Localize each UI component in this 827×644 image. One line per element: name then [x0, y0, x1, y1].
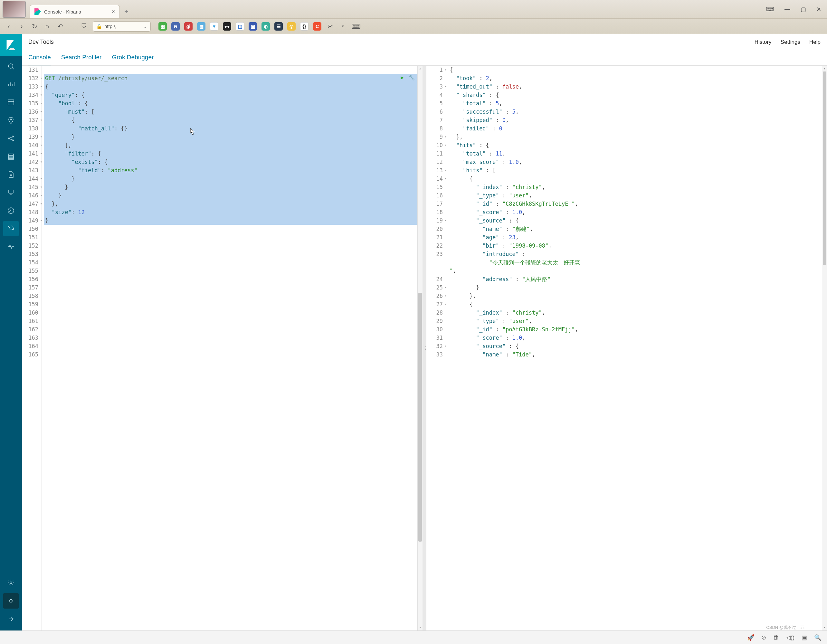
scroll-up-icon[interactable]: ▴ [418, 66, 423, 72]
app-o-icon[interactable]: O [3, 593, 19, 608]
tab-search-profiler[interactable]: Search Profiler [61, 54, 102, 65]
management-icon[interactable] [3, 575, 19, 591]
svg-point-3 [8, 138, 10, 139]
scissors-icon[interactable]: ✂ [326, 22, 334, 31]
scroll-up-icon[interactable]: ▴ [822, 66, 827, 72]
keyboard-icon[interactable]: ⌨ [766, 6, 774, 13]
watermark: CSDN @砚不过十五 [766, 625, 804, 630]
collapse-icon[interactable] [3, 611, 19, 627]
ext-icon-4[interactable]: ▧ [197, 22, 206, 31]
browser-tab[interactable]: Console - Kibana × [30, 5, 120, 18]
ext-icon-1[interactable]: ▦ [158, 22, 167, 31]
sound-icon[interactable]: ◁)) [786, 634, 794, 641]
ext-icon-8[interactable]: ▣ [249, 22, 257, 31]
dashboard-icon[interactable] [3, 95, 19, 110]
uptime-icon[interactable] [3, 203, 19, 218]
ext-icon-3[interactable]: gi [184, 22, 193, 31]
scroll-down-icon[interactable]: ▾ [418, 625, 423, 630]
breadcrumb: Dev Tools [28, 39, 54, 45]
editor-gutter: 1311321331341351361371381391401411421431… [22, 66, 42, 630]
chevron-down-icon[interactable]: ▾ [339, 22, 347, 31]
window-icon[interactable]: ▣ [802, 634, 807, 641]
editor-actions: ▶ 🔧 [401, 73, 415, 82]
ext-icon-9[interactable]: ◐ [262, 22, 270, 31]
scroll-thumb[interactable] [823, 72, 826, 265]
profile-avatar[interactable] [3, 1, 26, 18]
ext-icon-13[interactable]: C [313, 22, 321, 31]
tab-title: Console - Kibana [44, 9, 81, 14]
logs-icon[interactable] [3, 167, 19, 182]
kibana-app: O Dev Tools History Settings Help Consol… [0, 34, 827, 630]
maps-icon[interactable] [3, 113, 19, 128]
ml-icon[interactable] [3, 131, 19, 146]
window-controls: ⌨ — ▢ ✕ [766, 6, 824, 13]
browser-toolbar: ‹ › ↻ ⌂ ↶ ⛉ 🔒 http:/, ⌄ ▦ ⊖ gi ▧ ▼ ●● ◫ … [0, 19, 827, 34]
discover-icon[interactable] [3, 59, 19, 74]
apm-icon[interactable] [3, 185, 19, 200]
forward-button[interactable]: › [17, 22, 26, 31]
svg-rect-1 [8, 100, 14, 105]
undo-icon[interactable]: ↶ [56, 22, 64, 31]
svg-point-4 [12, 136, 14, 137]
help-link[interactable]: Help [809, 39, 821, 45]
settings-link[interactable]: Settings [781, 39, 800, 45]
trash-icon[interactable]: 🗑 [773, 634, 779, 641]
minimize-button[interactable]: — [785, 6, 790, 13]
header-links: History Settings Help [755, 39, 821, 45]
run-request-button[interactable]: ▶ [401, 73, 404, 82]
ext-icon-2[interactable]: ⊖ [171, 22, 180, 31]
page-header: Dev Tools History Settings Help [22, 34, 827, 50]
search-icon[interactable]: 🔍 [814, 634, 821, 641]
svg-point-0 [8, 64, 13, 68]
svg-rect-8 [8, 158, 14, 159]
status-bar: 🚀 ⊘ 🗑 ◁)) ▣ 🔍 [0, 630, 827, 644]
console-panes: 1311321331341351361371381391401411421431… [22, 66, 827, 630]
kibana-favicon-icon [34, 8, 41, 15]
address-bar[interactable]: 🔒 http:/, ⌄ [93, 21, 151, 31]
ext-icon-11[interactable]: ◎ [287, 22, 296, 31]
request-editor[interactable]: 1311321331341351361371381391401411421431… [22, 66, 424, 630]
editor-code[interactable]: GET /christy/user/_search{ "query": { "b… [42, 66, 417, 630]
scroll-down-icon[interactable]: ▾ [822, 625, 827, 630]
svg-rect-7 [8, 156, 14, 158]
home-button[interactable]: ⌂ [43, 22, 51, 31]
url-text: http:/, [105, 23, 117, 29]
response-gutter: 1234567891011121314151617181920212223242… [426, 66, 446, 630]
new-tab-button[interactable]: + [124, 8, 128, 16]
content-area: Dev Tools History Settings Help Console … [22, 34, 827, 630]
monitoring-icon[interactable] [3, 239, 19, 254]
ext-icon-7[interactable]: ◫ [236, 22, 244, 31]
svg-point-11 [10, 582, 12, 584]
reload-button[interactable]: ↻ [30, 22, 39, 31]
visualize-icon[interactable] [3, 76, 19, 92]
request-options-button[interactable]: 🔧 [408, 73, 415, 82]
ext-icon-10[interactable]: ☰ [275, 22, 283, 31]
rocket-icon[interactable]: 🚀 [747, 634, 754, 641]
scroll-thumb[interactable] [418, 293, 422, 542]
history-link[interactable]: History [755, 39, 772, 45]
browser-titlebar: Console - Kibana × + ⌨ — ▢ ✕ [0, 0, 827, 19]
scrollbar-right[interactable]: ▴ ▾ [822, 66, 827, 630]
keyboard-icon-2[interactable]: ⌨ [352, 22, 360, 31]
tab-grok-debugger[interactable]: Grok Debugger [112, 54, 154, 65]
tab-console[interactable]: Console [28, 54, 51, 65]
shield-icon[interactable]: ⛉ [80, 22, 88, 31]
close-window-button[interactable]: ✕ [816, 6, 821, 13]
lock-icon: 🔒 [96, 24, 102, 29]
ext-icon-12[interactable]: {} [300, 22, 309, 31]
svg-point-2 [10, 119, 12, 120]
maximize-button[interactable]: ▢ [800, 6, 806, 13]
ext-icon-5[interactable]: ▼ [210, 22, 218, 31]
chevron-down-icon[interactable]: ⌄ [143, 24, 147, 29]
infra-icon[interactable] [3, 149, 19, 164]
svg-rect-9 [9, 190, 13, 193]
ext-icon-6[interactable]: ●● [223, 22, 231, 31]
back-button[interactable]: ‹ [5, 22, 13, 31]
kibana-logo-icon[interactable] [0, 34, 22, 56]
devtools-icon[interactable] [3, 221, 19, 236]
svg-rect-6 [8, 154, 14, 156]
response-viewer[interactable]: 1234567891011121314151617181920212223242… [426, 66, 827, 630]
close-tab-icon[interactable]: × [111, 8, 115, 15]
target-icon[interactable]: ⊘ [761, 634, 766, 641]
scrollbar-left[interactable]: ▴ ▾ [417, 66, 423, 630]
